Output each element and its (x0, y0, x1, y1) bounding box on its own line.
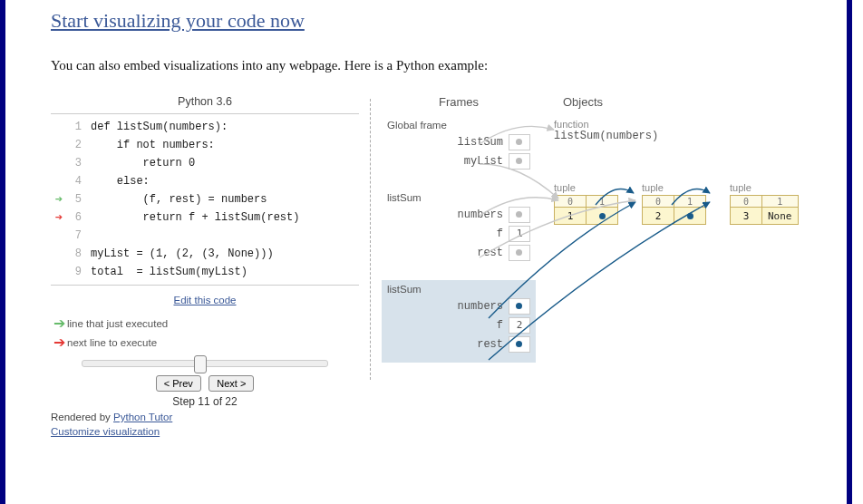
variable-name: numbers (458, 300, 509, 313)
variable-value-box: 1 (509, 226, 530, 242)
arrow-just-executed-icon: ➔ (51, 315, 67, 332)
variable-name: numbers (458, 208, 509, 221)
line-number: 2 (67, 136, 82, 154)
line-number: 6 (67, 208, 82, 227)
step-slider[interactable] (51, 360, 359, 367)
frames-objects-pane: Frames Objects Global framelistSummyList… (382, 92, 801, 437)
code-text: return 0 (91, 154, 195, 172)
variable-name: rest (477, 247, 509, 259)
frame-variable-row: rest (387, 245, 530, 261)
code-text: return f + listSum(rest) (91, 208, 299, 227)
code-text: (f, rest) = numbers (91, 190, 267, 208)
call-frame: listSumnumbersf1rest (382, 189, 536, 271)
slider-thumb[interactable] (194, 355, 207, 373)
line-number: 7 (67, 227, 82, 245)
function-object: function listSum(numbers) (554, 119, 801, 142)
visualization-container: Python 3.6 1def listSum(numbers):2 if no… (51, 92, 801, 437)
next-button[interactable]: Next > (208, 375, 254, 392)
variable-name: f (497, 228, 509, 240)
global-frame: Global framelistSummyList (382, 116, 536, 179)
frame-title: listSum (387, 192, 530, 203)
pointer-dot-icon (516, 303, 522, 309)
tuple-value-cell: None (762, 208, 799, 225)
variable-name: rest (477, 338, 509, 351)
tuple-index-cell: 1 (674, 196, 706, 208)
variable-value-box (509, 134, 530, 150)
frame-variable-row: f2 (387, 317, 530, 334)
code-line: ➔6 return f + listSum(rest) (51, 208, 359, 227)
intro-text: You can also embed visualizations into a… (51, 58, 801, 73)
tuple-index-cell: 1 (587, 196, 618, 208)
code-line: 1def listSum(numbers): (51, 118, 359, 136)
variable-value-box (509, 245, 530, 261)
tuple-object: tuple012 (642, 182, 706, 225)
tuple-object: tuple013None (730, 182, 799, 225)
tuple-index-cell: 0 (555, 196, 587, 208)
tuple-value-cell: 1 (555, 208, 587, 225)
objects-header: Objects (536, 95, 801, 109)
pointer-dot-icon (516, 341, 522, 347)
code-line: ➔5 (f, rest) = numbers (51, 190, 359, 208)
frame-variable-row: f1 (387, 226, 530, 242)
variable-name: f (497, 319, 509, 332)
call-frame: listSumnumbersf2rest (382, 280, 536, 363)
line-number: 8 (67, 245, 82, 263)
line-arrow-icon: ➔ (51, 190, 67, 208)
prev-button[interactable]: < Prev (156, 375, 201, 392)
tuple-index-cell: 0 (643, 196, 674, 208)
slider-track[interactable] (82, 360, 328, 367)
function-type-label: function (554, 119, 801, 130)
legend-next-label: next line to execute (67, 337, 157, 348)
code-pane: Python 3.6 1def listSum(numbers):2 if no… (51, 92, 359, 437)
pointer-dot-icon (687, 213, 693, 219)
line-number: 4 (67, 172, 82, 190)
code-line: 7 (51, 227, 359, 245)
tuples-row: tuple011tuple012tuple013None (554, 182, 801, 225)
variable-value-box (509, 336, 530, 353)
customize-link[interactable]: Customize visualization (51, 426, 160, 437)
edit-code-link[interactable]: Edit this code (173, 295, 236, 305)
code-line: 2 if not numbers: (51, 136, 359, 154)
arrow-next-icon: ➔ (51, 334, 67, 351)
tuple-value-cell (674, 208, 706, 225)
tuple-object: tuple011 (554, 182, 618, 225)
pane-divider (370, 99, 371, 380)
python-tutor-link[interactable]: Python Tutor (113, 412, 172, 422)
tuple-type-label: tuple (730, 182, 799, 193)
frame-variable-row: myList (387, 153, 530, 170)
code-text: def listSum(numbers): (91, 118, 228, 136)
frame-title: Global frame (387, 120, 530, 131)
code-line: 4 else: (51, 172, 359, 190)
code-text: if not numbers: (91, 136, 215, 154)
code-text: total = listSum(myList) (91, 263, 247, 281)
tuple-value-cell: 2 (643, 208, 674, 225)
legend-next-line: ➔ next line to execute (51, 334, 359, 351)
tuple-type-label: tuple (642, 182, 706, 193)
variable-name: myList (464, 155, 509, 168)
variable-name: listSum (458, 136, 509, 149)
pointer-dot-icon (516, 249, 522, 256)
line-number: 3 (67, 154, 82, 172)
tuple-index-cell: 1 (762, 196, 799, 208)
frame-title: listSum (387, 284, 530, 295)
code-text: else: (91, 172, 150, 190)
step-counter: Step 11 of 22 (51, 395, 359, 408)
legend-just-executed: ➔ line that just executed (51, 315, 359, 332)
rendered-by: Rendered by Python Tutor (51, 412, 359, 422)
language-label: Python 3.6 (51, 95, 359, 108)
tuple-index-cell: 0 (731, 196, 762, 208)
start-visualizing-link[interactable]: Start visualizing your code now (51, 9, 305, 33)
tuple-type-label: tuple (554, 182, 618, 193)
line-number: 1 (67, 118, 82, 136)
frames-column: Global framelistSummyListlistSumnumbersf… (382, 116, 536, 372)
variable-value-box (509, 298, 530, 315)
legend-just-label: line that just executed (67, 318, 168, 329)
rendered-by-prefix: Rendered by (51, 412, 113, 422)
code-line: 3 return 0 (51, 154, 359, 172)
pointer-dot-icon (599, 213, 606, 219)
frame-variable-row: listSum (387, 134, 530, 150)
objects-area: function listSum(numbers) tuple011tuple0… (554, 119, 801, 225)
line-number: 9 (67, 263, 82, 281)
line-number: 5 (67, 190, 82, 208)
frame-variable-row: rest (387, 336, 530, 353)
